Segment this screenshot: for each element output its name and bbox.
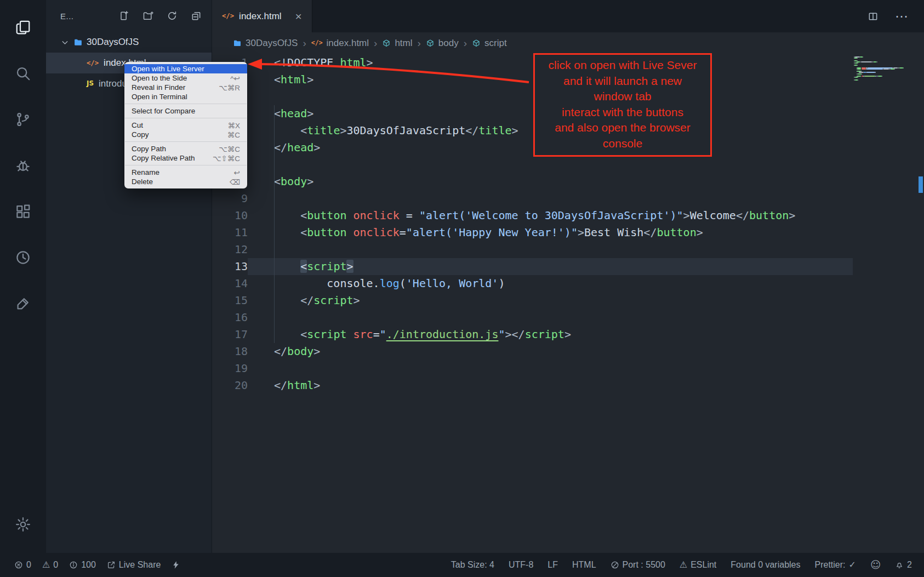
activity-settings[interactable]	[0, 501, 46, 547]
folder-icon	[73, 38, 83, 47]
breadcrumb-item-html[interactable]: html	[382, 38, 412, 49]
menu-item-shortcut: ↩	[234, 168, 240, 177]
annotation-line: and also open the browser	[538, 120, 707, 136]
status-language-mode[interactable]: HTML	[572, 560, 596, 570]
breadcrumb-label: index.html	[327, 38, 369, 49]
menu-item-select-for-compare[interactable]: Select for Compare	[124, 106, 247, 116]
status-eol[interactable]: LF	[547, 560, 558, 570]
status-errors[interactable]: 0	[14, 560, 31, 570]
collapse-all-icon[interactable]	[191, 10, 202, 21]
status-feedback-smiley[interactable]: ☺	[870, 560, 881, 570]
menu-item-copy-relative-path[interactable]: Copy Relative Path⌥⇧⌘C	[124, 153, 247, 163]
status-notifications[interactable]: 2	[895, 560, 912, 570]
line-number: 15	[212, 292, 248, 309]
status-warnings[interactable]: ⚠0	[42, 560, 58, 570]
line-number: 9	[212, 190, 248, 207]
code-text[interactable]: </html>	[248, 377, 853, 394]
status-encoding[interactable]: UTF-8	[509, 560, 533, 570]
folder-row-30daysofjs[interactable]: 30DaysOfJS	[46, 32, 212, 53]
menu-item-label: Copy Path	[132, 145, 166, 153]
status-label: Prettier:	[815, 560, 846, 570]
folder-label: 30DaysOfJS	[87, 37, 139, 48]
folder-icon	[233, 39, 242, 48]
explorer-title: E...	[60, 12, 74, 21]
minimap[interactable]	[854, 56, 915, 81]
line-number: 13	[212, 258, 248, 275]
status-tab-size[interactable]: Tab Size: 4	[451, 560, 494, 570]
new-folder-icon[interactable]	[142, 10, 153, 21]
status-live-share[interactable]: Live Share	[107, 560, 161, 570]
status-prettier[interactable]: Prettier:✓	[815, 560, 856, 570]
menu-item-open-in-terminal[interactable]: Open in Terminal	[124, 92, 247, 101]
breadcrumb-item-script[interactable]: script	[472, 38, 507, 49]
menu-item-open-to-the-side[interactable]: Open to the Side^↩	[124, 73, 247, 83]
split-editor-icon[interactable]	[868, 11, 879, 22]
html-file-icon: </>	[311, 40, 323, 47]
new-file-icon[interactable]	[118, 10, 129, 21]
code-text[interactable]	[248, 309, 853, 326]
warning-icon: ⚠	[680, 561, 687, 569]
activity-timer[interactable]	[0, 235, 46, 281]
status-eslint[interactable]: ⚠ESLint	[680, 560, 716, 570]
breadcrumb-item-index.html[interactable]: </>index.html	[311, 38, 369, 49]
code-line-11: 11 <button onclick="alert('Happy New Yea…	[212, 224, 853, 241]
status-quick-action[interactable]	[172, 561, 180, 569]
tab-label: index.html	[239, 11, 281, 22]
line-number: 14	[212, 275, 248, 292]
status-label: 0	[53, 560, 58, 570]
code-line-5: 5 <title>30DaysOfJavaScript</title>	[212, 122, 853, 139]
code-text[interactable]: <button onclick="alert('Happy New Year!'…	[248, 224, 853, 241]
menu-item-copy[interactable]: Copy⌘C	[124, 130, 247, 139]
menu-item-shortcut: ⌥⇧⌘C	[213, 154, 240, 163]
activity-extensions[interactable]	[0, 188, 46, 235]
status-port[interactable]: Port : 5500	[611, 560, 665, 570]
code-text[interactable]: <script src="./introduction.js"></script…	[248, 326, 853, 343]
code-text[interactable]: <script>	[248, 258, 853, 275]
menu-item-reveal-in-finder[interactable]: Reveal in Finder⌥⌘R	[124, 83, 247, 92]
menu-item-cut[interactable]: Cut⌘X	[124, 121, 247, 130]
more-icon[interactable]: ⋯	[895, 10, 909, 23]
status-label: LF	[547, 560, 558, 570]
breadcrumb-item-30DaysOfJS[interactable]: 30DaysOfJS	[233, 38, 298, 49]
search-icon	[15, 65, 31, 82]
code-text[interactable]	[248, 241, 853, 258]
code-line-14: 14 console.log('Hello, World')	[212, 275, 853, 292]
menu-item-copy-path[interactable]: Copy Path⌥⌘C	[124, 144, 247, 153]
menu-item-delete[interactable]: Delete⌫	[124, 177, 247, 186]
menu-item-open-with-live-server[interactable]: Open with Live Server	[124, 64, 247, 73]
activity-run-debug[interactable]	[0, 142, 46, 188]
activity-source-control[interactable]	[0, 96, 46, 142]
code-text[interactable]: <body>	[248, 173, 853, 190]
activity-search[interactable]	[0, 50, 46, 96]
line-number: 16	[212, 309, 248, 326]
symbol-icon	[382, 39, 391, 48]
activity-bar	[0, 0, 46, 553]
status-variables[interactable]: Found 0 variables	[731, 560, 800, 570]
code-line-19: 19	[212, 360, 853, 377]
menu-item-rename[interactable]: Rename↩	[124, 168, 247, 177]
line-number: 11	[212, 224, 248, 241]
code-line-12: 12	[212, 241, 853, 258]
scrollbar-decoration[interactable]	[919, 176, 923, 193]
activity-explorer[interactable]	[0, 4, 46, 50]
tab-index-html[interactable]: </> index.html ×	[212, 0, 312, 32]
live-share-icon	[107, 561, 116, 569]
code-text[interactable]: <button onclick = "alert('Welcome to 30D…	[248, 207, 853, 224]
code-text[interactable]	[248, 360, 853, 377]
code-text[interactable]	[248, 190, 853, 207]
code-line-2: 2<html>	[212, 71, 853, 88]
code-text[interactable]: </body>	[248, 343, 853, 360]
activity-feedback[interactable]	[0, 281, 46, 327]
status-info[interactable]: 100	[69, 560, 96, 570]
breadcrumb-separator: ›	[464, 37, 467, 49]
code-text[interactable]: console.log('Hello, World')	[248, 275, 853, 292]
code-text[interactable]	[248, 156, 853, 173]
code-text[interactable]: </script>	[248, 292, 853, 309]
code-line-13: 13 <script>	[212, 258, 853, 275]
breadcrumb-label: script	[484, 38, 507, 49]
breadcrumb-item-body[interactable]: body	[426, 38, 459, 49]
menu-item-label: Open to the Side	[132, 74, 187, 82]
code-line-16: 16	[212, 309, 853, 326]
refresh-icon[interactable]	[167, 10, 178, 21]
close-tab-icon[interactable]: ×	[295, 10, 302, 22]
